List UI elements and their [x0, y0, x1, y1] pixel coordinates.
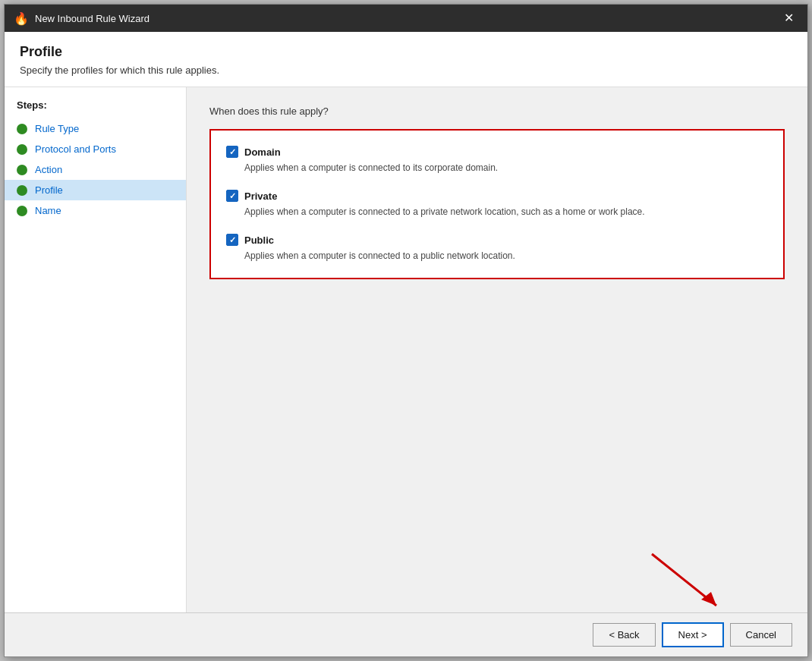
sidebar-item-name[interactable]: Name: [5, 200, 186, 221]
title-bar: 🔥 New Inbound Rule Wizard ✕: [5, 5, 807, 32]
public-description: Applies when a computer is connected to …: [226, 249, 768, 263]
sidebar-item-protocol-ports[interactable]: Protocol and Ports: [5, 139, 186, 159]
sidebar-label-action: Action: [35, 164, 62, 175]
private-checkbox[interactable]: [226, 190, 238, 202]
public-checkbox[interactable]: [226, 234, 238, 246]
sidebar-item-action[interactable]: Action: [5, 159, 186, 180]
domain-checkbox[interactable]: [226, 146, 238, 158]
profile-option-domain: Domain Applies when a computer is connec…: [226, 146, 768, 175]
profile-options-box: Domain Applies when a computer is connec…: [209, 129, 785, 279]
sidebar-label-profile: Profile: [35, 184, 63, 196]
private-header: Private: [226, 190, 768, 202]
header-section: Profile Specify the profiles for which t…: [5, 32, 807, 87]
page-title: Profile: [20, 44, 792, 60]
step-dot-protocol-ports: [17, 144, 27, 155]
step-dot-profile: [17, 185, 27, 196]
cancel-button[interactable]: Cancel: [730, 623, 792, 647]
domain-description: Applies when a computer is connected to …: [226, 161, 768, 175]
sidebar-label-rule-type: Rule Type: [35, 123, 79, 134]
page-subtitle: Specify the profiles for which this rule…: [20, 65, 792, 76]
steps-label: Steps:: [5, 99, 186, 118]
app-icon: 🔥: [14, 11, 29, 26]
profile-option-private: Private Applies when a computer is conne…: [226, 190, 768, 219]
sidebar-label-name: Name: [35, 205, 61, 216]
window-title: New Inbound Rule Wizard: [35, 13, 149, 24]
next-button[interactable]: Next >: [662, 622, 724, 647]
private-description: Applies when a computer is connected to …: [226, 205, 768, 219]
step-dot-name: [17, 206, 27, 216]
title-bar-left: 🔥 New Inbound Rule Wizard: [14, 11, 149, 26]
question-text: When does this rule apply?: [209, 105, 785, 117]
bottom-panel: < Back Next > Cancel: [5, 612, 807, 656]
domain-header: Domain: [226, 146, 768, 158]
sidebar-item-profile[interactable]: Profile: [5, 180, 186, 200]
public-label: Public: [244, 234, 274, 246]
step-dot-action: [17, 165, 27, 175]
main-panel: When does this rule apply? Domain Applie…: [187, 87, 807, 612]
profile-option-public: Public Applies when a computer is connec…: [226, 234, 768, 263]
public-header: Public: [226, 234, 768, 246]
step-dot-rule-type: [17, 124, 27, 134]
wizard-window: 🔥 New Inbound Rule Wizard ✕ Profile Spec…: [4, 4, 808, 657]
content-area: Steps: Rule Type Protocol and Ports Acti…: [5, 87, 807, 612]
sidebar-label-protocol-ports: Protocol and Ports: [35, 143, 116, 155]
domain-label: Domain: [244, 146, 281, 158]
close-button[interactable]: ✕: [779, 11, 798, 26]
private-label: Private: [244, 190, 277, 202]
sidebar-item-rule-type[interactable]: Rule Type: [5, 118, 186, 139]
back-button[interactable]: < Back: [593, 623, 655, 647]
sidebar: Steps: Rule Type Protocol and Ports Acti…: [5, 87, 187, 612]
